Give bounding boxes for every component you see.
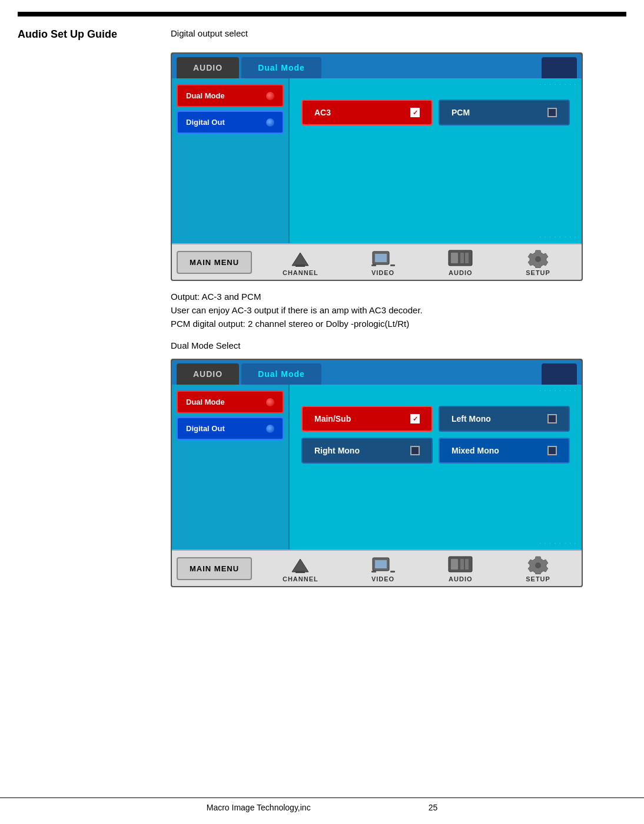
screen1-opt-pcm[interactable]: PCM bbox=[439, 100, 570, 125]
svg-rect-10 bbox=[296, 571, 305, 573]
screen2-opt-rightmono[interactable]: Right Mono bbox=[301, 438, 433, 464]
menu2-dot-red bbox=[266, 398, 274, 406]
screen1: AUDIO Dual Mode Dual Mode Digital Out · … bbox=[171, 52, 583, 281]
screen2-bottomnav: MAIN MENU CHANNEL VIDEO bbox=[172, 550, 582, 586]
screen2-sidebar: Dual Mode Digital Out bbox=[172, 385, 290, 550]
header-row: Audio Set Up Guide Digital output select bbox=[18, 27, 626, 41]
screen1-tabbar: AUDIO Dual Mode bbox=[172, 54, 582, 78]
screen2-tab-dualmode[interactable]: Dual Mode bbox=[241, 363, 321, 385]
svg-rect-13 bbox=[390, 571, 395, 573]
menu-dot-blue bbox=[266, 118, 274, 127]
svg-rect-6 bbox=[451, 253, 458, 263]
screen2-leftmono-box bbox=[547, 414, 557, 423]
screen1-menu-dualmode[interactable]: Dual Mode bbox=[177, 84, 284, 107]
screen1-bottomnav: MAIN MENU CHANNEL VIDEO bbox=[172, 243, 582, 280]
svg-rect-4 bbox=[371, 264, 376, 266]
screen2-options: Main/Sub Left Mono Right Mono Mixed Mono bbox=[301, 406, 570, 464]
page-title: Audio Set Up Guide bbox=[18, 27, 171, 41]
audio-icon bbox=[447, 248, 473, 268]
setup-icon bbox=[525, 248, 551, 268]
screen2-mainmenu-btn[interactable]: MAIN MENU bbox=[177, 557, 252, 580]
svg-rect-16 bbox=[451, 559, 458, 570]
screen2-navitems: CHANNEL VIDEO bbox=[257, 554, 577, 583]
screen2-nav-channel[interactable]: CHANNEL bbox=[283, 554, 318, 583]
svg-rect-7 bbox=[460, 253, 464, 263]
footer-company: Macro Image Technology,inc bbox=[207, 803, 311, 812]
screen1-mainmenu-btn[interactable]: MAIN MENU bbox=[177, 251, 252, 274]
screen2-opt-mixedmono[interactable]: Mixed Mono bbox=[439, 438, 570, 464]
screen1-menu-digitalout[interactable]: Digital Out bbox=[177, 111, 284, 134]
menu-dot-red bbox=[266, 92, 274, 100]
screen1-nav-setup[interactable]: SETUP bbox=[525, 248, 551, 276]
screen1-pcm-box bbox=[547, 108, 557, 117]
screen2-menu-dualmode[interactable]: Dual Mode bbox=[177, 391, 284, 413]
svg-rect-3 bbox=[390, 264, 395, 266]
screen2-rightmono-box bbox=[410, 446, 420, 455]
screen1-sidebar: Dual Mode Digital Out bbox=[172, 78, 290, 243]
svg-point-9 bbox=[535, 256, 541, 262]
svg-rect-14 bbox=[371, 571, 376, 573]
screen1-navitems: CHANNEL VIDEO bbox=[257, 248, 577, 276]
screen1-main: Dual Mode Digital Out · · · · · · · · AC… bbox=[172, 78, 582, 243]
screen2-tab-folder bbox=[542, 363, 577, 385]
svg-rect-0 bbox=[296, 264, 305, 267]
screen2-tab-audio[interactable]: AUDIO bbox=[177, 363, 239, 385]
section2-subtitle: Dual Mode Select bbox=[171, 340, 626, 350]
svg-point-19 bbox=[535, 562, 541, 568]
channel-icon bbox=[287, 248, 313, 268]
screen2-opt-mainsub[interactable]: Main/Sub bbox=[301, 406, 433, 432]
output-desc-block: Output: AC-3 and PCM User can enjoy AC-3… bbox=[171, 292, 626, 329]
screen2: AUDIO Dual Mode Dual Mode Digital Out · … bbox=[171, 359, 583, 587]
screen2-channel-icon bbox=[287, 554, 313, 574]
screen2-dot-line-bottom: · · · · · · · · bbox=[540, 541, 577, 546]
screen1-nav-video[interactable]: VIDEO bbox=[370, 248, 396, 276]
screen2-opt-leftmono[interactable]: Left Mono bbox=[439, 406, 570, 432]
screen1-nav-channel[interactable]: CHANNEL bbox=[283, 248, 318, 276]
screen2-menu-digitalout[interactable]: Digital Out bbox=[177, 417, 284, 440]
menu2-dot-blue bbox=[266, 425, 274, 433]
screen1-ac3-check bbox=[410, 108, 420, 117]
screen2-mainsub-check bbox=[410, 414, 420, 423]
output-desc1: Output: AC-3 and PCM bbox=[171, 292, 626, 302]
screen1-options: AC3 PCM bbox=[301, 100, 570, 125]
svg-rect-17 bbox=[460, 559, 464, 570]
screen2-mixedmono-box bbox=[547, 446, 557, 455]
svg-rect-2 bbox=[375, 254, 387, 262]
output-desc2: User can enjoy AC-3 output if there is a… bbox=[171, 305, 626, 315]
screen1-tab-dualmode[interactable]: Dual Mode bbox=[241, 57, 321, 78]
screen1-tab-folder bbox=[542, 57, 577, 78]
dot-line-bottom: · · · · · · · · bbox=[540, 234, 577, 240]
screen2-setup-icon bbox=[525, 554, 551, 574]
footer: Macro Image Technology,inc 25 bbox=[0, 797, 644, 812]
section1-desc: Digital output select bbox=[171, 27, 248, 38]
output-desc3: PCM digital output: 2 channel stereo or … bbox=[171, 319, 626, 329]
screen1-rightpanel: · · · · · · · · AC3 PCM · · · · · · · · bbox=[290, 78, 582, 243]
screen2-nav-setup[interactable]: SETUP bbox=[525, 554, 551, 583]
screen2-audio-icon bbox=[447, 554, 473, 574]
svg-rect-12 bbox=[375, 560, 387, 568]
screen1-opt-ac3[interactable]: AC3 bbox=[301, 100, 433, 125]
svg-rect-18 bbox=[465, 559, 469, 570]
screen1-tab-audio[interactable]: AUDIO bbox=[177, 57, 239, 78]
screen2-nav-audio[interactable]: AUDIO bbox=[447, 554, 473, 583]
screen2-nav-video[interactable]: VIDEO bbox=[370, 554, 396, 583]
screen2-tabbar: AUDIO Dual Mode bbox=[172, 360, 582, 385]
footer-page: 25 bbox=[429, 803, 438, 812]
screen2-main: Dual Mode Digital Out · · · · · · · · Ma… bbox=[172, 385, 582, 550]
screen2-rightpanel: · · · · · · · · Main/Sub Left Mono Right… bbox=[290, 385, 582, 550]
screen2-dot-line-top: · · · · · · · · bbox=[540, 388, 577, 393]
svg-rect-8 bbox=[465, 253, 469, 263]
top-bar bbox=[18, 12, 626, 16]
video-icon bbox=[370, 248, 396, 268]
screen2-video-icon bbox=[370, 554, 396, 574]
dot-line-top: · · · · · · · · bbox=[540, 82, 577, 87]
screen1-nav-audio[interactable]: AUDIO bbox=[447, 248, 473, 276]
